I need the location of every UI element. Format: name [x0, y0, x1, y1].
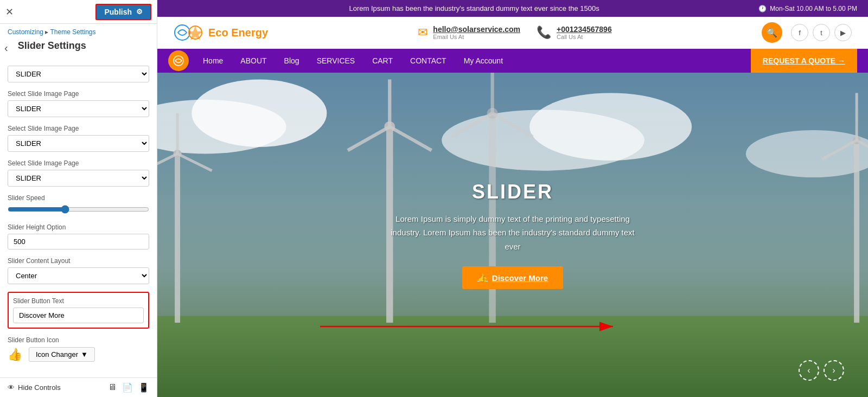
- nav-blog[interactable]: Blog: [276, 49, 308, 73]
- view-icons: 🖥 📄 📱: [108, 382, 149, 393]
- nav-cart[interactable]: CART: [363, 49, 401, 73]
- nav-home[interactable]: Home: [194, 49, 232, 73]
- nav-logo: [168, 50, 189, 71]
- slider-speed-input[interactable]: [8, 205, 149, 214]
- logo-icon: [174, 24, 204, 41]
- panel-content: SLIDER HOME Select Slide Image Page SLID…: [0, 61, 157, 377]
- clock-icon: 🕐: [758, 5, 767, 12]
- hide-controls-label: Hide Controls: [18, 383, 61, 392]
- icon-changer-label: Icon Changer: [36, 350, 78, 358]
- slide-image-select-3[interactable]: SLIDER HOME: [8, 170, 149, 187]
- logo-area: Eco Energy: [174, 24, 268, 41]
- nav-links: Home ABOUT Blog SERVICES CART CONTACT My…: [194, 49, 751, 73]
- discover-more-button[interactable]: 👍 Discover More: [462, 266, 563, 289]
- svg-rect-4: [157, 316, 868, 398]
- phone-contact: 📞 +001234567896 Call Us At: [537, 25, 612, 40]
- slider-speed-section: Slider Speed: [8, 194, 149, 216]
- site-preview: Lorem Ipsum has been the industry's stan…: [157, 0, 868, 397]
- phone-number[interactable]: +001234567896: [557, 25, 612, 34]
- social-links: f t ▶: [791, 24, 852, 41]
- publish-button[interactable]: Publish ⚙: [95, 4, 151, 20]
- svg-rect-25: [854, 140, 859, 323]
- slider-prev-button[interactable]: ‹: [799, 360, 819, 381]
- email-text: hello@solarservice.com Email Us At: [433, 25, 520, 40]
- content-layout-section: Slider Content Layout Center Left Right: [8, 257, 149, 284]
- close-button[interactable]: ✕: [5, 6, 14, 18]
- first-select-section: SLIDER HOME: [8, 66, 149, 82]
- nav-about[interactable]: ABOUT: [232, 49, 275, 73]
- bottom-bar: 👁 Hide Controls 🖥 📄 📱: [0, 377, 157, 397]
- header-contact: ✉ hello@solarservice.com Email Us At 📞 +…: [418, 25, 611, 40]
- breadcrumb-arrow: ▸: [45, 28, 50, 36]
- nav-services[interactable]: SERVICES: [308, 49, 364, 73]
- slider-bar-container: [8, 205, 149, 216]
- slider-speed-label: Slider Speed: [8, 194, 149, 202]
- announce-right: 🕐 Mon-Sat 10.00 AM to 5.00 PM: [758, 5, 857, 12]
- thumbs-up-btn-icon: 👍: [477, 273, 488, 283]
- facebook-icon[interactable]: f: [791, 24, 808, 41]
- nav-cta-button[interactable]: REQUEST A QUOTE →: [751, 49, 857, 73]
- hero-slider: SLIDER Lorem Ipsum is simply dummy text …: [157, 73, 868, 397]
- email-contact: ✉ hello@solarservice.com Email Us At: [418, 25, 520, 40]
- eye-icon: 👁: [8, 383, 15, 392]
- breadcrumb-customizing[interactable]: Customizing: [8, 28, 43, 36]
- nav-contact[interactable]: CONTACT: [401, 49, 455, 73]
- slider-button-text-section: Slider Button Text: [8, 292, 149, 329]
- header-right: 🔍 f t ▶: [762, 22, 852, 43]
- hero-description: Lorem Ipsum is simply dummy text of the …: [382, 212, 643, 254]
- icon-row: 👍 Icon Changer ▼: [8, 347, 149, 362]
- chevron-down-icon: ▼: [81, 350, 88, 358]
- hero-text-box: SLIDER Lorem Ipsum is simply dummy text …: [382, 181, 643, 290]
- gear-icon: ⚙: [136, 8, 143, 16]
- desktop-view-icon[interactable]: 🖥: [108, 382, 117, 393]
- svg-point-6: [192, 79, 327, 147]
- icon-changer-button[interactable]: Icon Changer ▼: [29, 347, 95, 362]
- slider-next-button[interactable]: ›: [824, 360, 844, 381]
- content-layout-select[interactable]: Center Left Right: [8, 267, 149, 284]
- publish-label: Publish: [104, 8, 132, 16]
- search-button[interactable]: 🔍: [762, 22, 782, 43]
- slider-height-input[interactable]: [8, 234, 149, 249]
- svg-rect-10: [175, 154, 180, 323]
- mobile-view-icon[interactable]: 📱: [138, 382, 149, 393]
- panel-title: Slider Settings: [10, 39, 94, 57]
- phone-text: +001234567896 Call Us At: [557, 25, 612, 40]
- tablet-view-icon[interactable]: 📄: [122, 382, 133, 393]
- email-icon: ✉: [418, 25, 427, 40]
- slide-image-select-3-section: Select Slide Image Page SLIDER HOME: [8, 159, 149, 187]
- slider-height-label: Slider Height Option: [8, 223, 149, 231]
- phone-sub: Call Us At: [557, 34, 612, 40]
- phone-icon: 📞: [537, 25, 551, 40]
- twitter-icon[interactable]: t: [813, 24, 830, 41]
- svg-point-8: [529, 93, 692, 161]
- thumbs-up-icon: 👍: [8, 348, 22, 362]
- slide-image-select-2[interactable]: SLIDER HOME: [8, 135, 149, 152]
- email-address[interactable]: hello@solarservice.com: [433, 25, 520, 34]
- customizer-panel: ✕ Publish ⚙ Customizing ▸ Theme Settings…: [0, 0, 157, 397]
- top-bar: ✕ Publish ⚙: [0, 0, 157, 24]
- first-select[interactable]: SLIDER HOME: [8, 66, 149, 82]
- site-nav: Home ABOUT Blog SERVICES CART CONTACT My…: [157, 49, 868, 73]
- slide-image-select-2-section: Select Slide Image Page SLIDER HOME: [8, 125, 149, 152]
- site-header: Eco Energy ✉ hello@solarservice.com Emai…: [157, 17, 868, 49]
- announce-text: Lorem Ipsum has been the industry's stan…: [190, 4, 758, 12]
- hide-controls[interactable]: 👁 Hide Controls: [8, 383, 61, 392]
- announcement-bar: Lorem Ipsum has been the industry's stan…: [157, 0, 868, 17]
- slide-image-select-1[interactable]: SLIDER HOME: [8, 100, 149, 117]
- hero-title: SLIDER: [382, 181, 643, 203]
- nav-my-account[interactable]: My Account: [455, 49, 512, 73]
- back-arrow[interactable]: ‹: [4, 42, 8, 54]
- slider-button-text-label: Slider Button Text: [13, 297, 144, 305]
- breadcrumb-theme[interactable]: Theme Settings: [50, 28, 96, 36]
- slider-height-section: Slider Height Option: [8, 223, 149, 249]
- breadcrumb: Customizing ▸ Theme Settings: [0, 24, 157, 37]
- slider-button-icon-label: Slider Button Icon: [8, 336, 149, 344]
- slide-image-select-3-label: Select Slide Image Page: [8, 159, 149, 167]
- slider-button-icon-section: Slider Button Icon 👍 Icon Changer ▼: [8, 336, 149, 362]
- slide-image-select-1-section: Select Slide Image Page SLIDER HOME: [8, 90, 149, 117]
- slide-image-select-1-label: Select Slide Image Page: [8, 90, 149, 98]
- slider-button-text-input[interactable]: [13, 308, 144, 323]
- youtube-icon[interactable]: ▶: [834, 24, 852, 41]
- announce-hours: Mon-Sat 10.00 AM to 5.00 PM: [770, 5, 857, 12]
- email-sub: Email Us At: [433, 34, 520, 40]
